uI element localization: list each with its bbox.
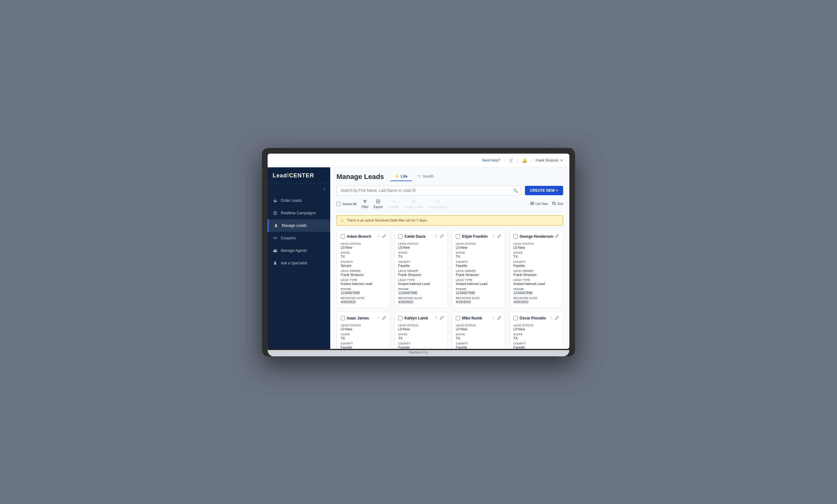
state-value: TX	[513, 336, 559, 340]
lead-card: Caleb Davis Lead Status L0:New State TX …	[394, 230, 448, 308]
collapse-icon[interactable]: ‹	[324, 186, 325, 192]
sidebar-item-manage-leads[interactable]: Manage Leads	[268, 219, 330, 232]
county-label: County	[398, 260, 444, 264]
edit-icon[interactable]	[382, 234, 386, 239]
lead-status-field: Lead Status L0:New	[341, 242, 386, 249]
pin-icon[interactable]	[434, 234, 438, 238]
sidebar-item-manage-agents[interactable]: Manage Agents	[268, 244, 330, 257]
card-name: Oscar Piscatto	[520, 316, 546, 320]
edit-icon[interactable]	[497, 316, 501, 321]
card-name-row: Oscar Piscatto	[513, 316, 546, 320]
search-input[interactable]	[337, 185, 521, 196]
lead-owner-value: Frank Simpson	[341, 273, 386, 276]
sidebar-item-realtime-campaigns[interactable]: Realtime Campaigns	[268, 207, 330, 219]
card-checkbox[interactable]	[341, 316, 345, 320]
sidebar-item-coupons[interactable]: 🏷 Coupons	[268, 232, 330, 244]
card-checkbox[interactable]	[456, 316, 460, 320]
transfer-icon	[391, 199, 396, 204]
need-help-link[interactable]: Need Help?	[482, 158, 500, 162]
sidebar-item-ask-specialist[interactable]: Ask a Specialist	[268, 257, 330, 269]
phone-field: Phone 1234567890	[456, 288, 501, 295]
county-value: Fayette	[398, 345, 444, 349]
state-label: State	[341, 333, 386, 336]
pin-icon[interactable]	[377, 234, 380, 238]
pin-icon[interactable]	[492, 234, 495, 238]
received-date-field: Received Date 4/20/2022	[398, 296, 444, 304]
card-checkbox[interactable]	[456, 234, 460, 239]
received-date-label: Received Date	[398, 296, 444, 300]
tabs: ⚡ Life 🛡 Health	[390, 173, 438, 181]
pin-icon[interactable]	[549, 316, 553, 320]
user-menu[interactable]: Frank Simpson ▼	[536, 158, 563, 162]
lead-type-field: Lead Type Instant Internet Lead	[398, 278, 444, 286]
card-actions	[440, 234, 444, 239]
county-label: County	[513, 342, 559, 345]
tab-health[interactable]: 🛡 Health	[413, 173, 438, 181]
app-logo: LeadICENTER	[273, 172, 325, 179]
pin-icon[interactable]	[549, 234, 553, 238]
county-label: County	[456, 260, 501, 264]
edit-icon[interactable]	[440, 316, 444, 321]
lead-status-label: Lead Status	[341, 242, 386, 245]
card-name: Isaac James	[347, 316, 369, 320]
card-checkbox[interactable]	[513, 234, 518, 239]
card-fields: Lead Status L0:New State TX County Tarra…	[341, 242, 386, 304]
edit-icon[interactable]	[555, 234, 559, 239]
card-checkbox[interactable]	[398, 234, 403, 239]
edit-icon[interactable]	[497, 234, 501, 239]
received-date-field: Received Date 4/20/2022	[341, 296, 386, 304]
edit-icon[interactable]	[440, 234, 444, 239]
macbook-label: MacBook Pro	[268, 350, 569, 355]
select-all-checkbox[interactable]	[337, 202, 341, 206]
card-name: Elijah Franklin	[462, 234, 488, 239]
edit-icon[interactable]	[555, 316, 559, 321]
sidebar-item-label: Manage Leads	[282, 223, 306, 228]
sort-button[interactable]: Sort	[552, 201, 563, 206]
county-label: County	[513, 260, 559, 264]
card-name: George Henderson	[520, 234, 553, 239]
lead-status-label: Lead Status	[341, 324, 386, 327]
filter-button[interactable]: Filter	[361, 199, 369, 209]
card-checkbox[interactable]	[398, 316, 403, 320]
manage-agents-icon	[273, 248, 278, 253]
state-field: State TX	[398, 251, 444, 258]
tab-life[interactable]: ⚡ Life	[390, 173, 412, 181]
county-field: County Fayette	[456, 260, 501, 268]
received-date-label: Received Date	[341, 296, 386, 300]
topbar-divider-3: |	[531, 158, 532, 162]
card-checkbox[interactable]	[513, 316, 518, 320]
select-all-label[interactable]: Select All	[342, 202, 357, 206]
lead-owner-field: Lead Owner Frank Simpson	[341, 269, 386, 276]
card-checkbox[interactable]	[341, 234, 345, 239]
create-new-button[interactable]: CREATE NEW +	[525, 186, 563, 195]
card-name: Mike Numb	[462, 316, 482, 320]
select-all-container: Select All	[337, 202, 357, 206]
export-button[interactable]: Export	[373, 199, 382, 209]
phone-label: Phone	[341, 288, 386, 291]
card-name: Adam Branch	[347, 234, 371, 239]
pin-icon[interactable]	[377, 316, 380, 320]
phone-field: Phone 1234567890	[341, 288, 386, 295]
lead-status-field: Lead Status L0:New	[456, 242, 501, 249]
county-value: Fayette	[513, 345, 559, 349]
state-field: State TX	[398, 333, 444, 340]
cart-icon[interactable]: 🛒	[509, 158, 514, 163]
county-field: County Fayette	[513, 260, 559, 268]
list-view-button[interactable]: List View	[530, 201, 548, 206]
pin-icon[interactable]	[434, 316, 438, 320]
lead-type-value: Instant Internet Lead	[513, 282, 559, 286]
card-name: Caleb Davis	[405, 234, 426, 239]
lead-owner-field: Lead Owner Frank Simpson	[456, 269, 501, 276]
life-tab-icon: ⚡	[395, 174, 399, 178]
state-label: State	[398, 333, 444, 336]
edit-icon[interactable]	[382, 316, 386, 321]
assign-status-button[interactable]: Assign Status	[428, 199, 447, 209]
transfer-button[interactable]: Transfer	[388, 199, 399, 209]
assign-leads-label: Assign Leads	[404, 205, 423, 209]
bell-icon[interactable]: 🔔	[522, 158, 527, 163]
assign-leads-button[interactable]: Assign Leads	[404, 199, 423, 209]
sidebar-collapse[interactable]: ‹	[268, 184, 330, 194]
pin-icon[interactable]	[492, 316, 495, 320]
received-date-label: Received Date	[456, 296, 501, 300]
sidebar-item-order-leads[interactable]: Order Leads	[268, 194, 330, 207]
